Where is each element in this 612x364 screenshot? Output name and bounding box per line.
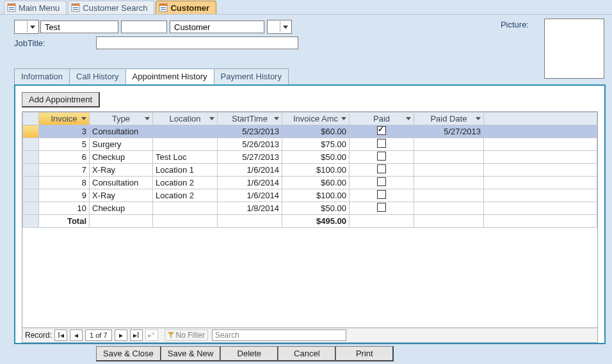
nav-last-button[interactable]: ▸I xyxy=(130,329,143,341)
row-selector[interactable] xyxy=(23,138,39,151)
cell-paiddate[interactable] xyxy=(414,202,484,215)
cell-paid[interactable] xyxy=(350,125,414,138)
cancel-button[interactable]: Cancel xyxy=(278,346,336,361)
cell-type[interactable]: Checkup xyxy=(90,151,153,164)
cell-type[interactable]: Surgery xyxy=(90,138,153,151)
cell-location[interactable]: Test Loc xyxy=(153,151,218,164)
column-header-blank[interactable] xyxy=(484,113,597,125)
first-name-field[interactable] xyxy=(40,20,118,33)
middle-name-field[interactable] xyxy=(121,20,167,33)
table-row[interactable]: 7X-RayLocation 11/6/2014$100.00 xyxy=(23,164,597,177)
document-tab[interactable]: Customer xyxy=(156,1,216,14)
cell-paid[interactable] xyxy=(350,177,414,189)
cell-paid[interactable] xyxy=(350,189,414,202)
cell-amount[interactable]: $60.00 xyxy=(282,125,350,138)
details-tab[interactable]: Payment History xyxy=(214,68,289,84)
cell-paiddate[interactable] xyxy=(414,151,484,164)
checkbox-icon[interactable] xyxy=(377,164,386,173)
jobtitle-input[interactable] xyxy=(99,38,295,49)
datasheet-search-input[interactable]: Search xyxy=(212,329,346,341)
checkbox-icon[interactable] xyxy=(377,190,386,199)
add-appointment-button[interactable]: Add Appointment xyxy=(22,92,100,107)
cell-starttime[interactable]: 1/8/2014 xyxy=(218,202,282,215)
checkbox-icon[interactable] xyxy=(377,177,386,186)
cell-starttime[interactable]: 1/6/2014 xyxy=(218,189,282,202)
nav-new-button[interactable]: ▸* xyxy=(145,329,158,341)
cell-invoice[interactable]: 6 xyxy=(39,151,90,164)
chevron-down-icon[interactable] xyxy=(143,114,151,123)
save-close-button[interactable]: Save & Close xyxy=(96,346,161,361)
checkbox-icon[interactable] xyxy=(377,126,386,135)
row-selector[interactable] xyxy=(23,202,39,215)
table-row[interactable]: 8ConsultationLocation 21/6/2014$60.00 xyxy=(23,177,597,189)
cell-type[interactable]: X-Ray xyxy=(90,189,153,202)
last-name-input[interactable] xyxy=(173,22,261,33)
filter-indicator[interactable]: No Filter xyxy=(165,329,208,341)
cell-paiddate[interactable] xyxy=(414,189,484,202)
chevron-down-icon[interactable] xyxy=(474,114,482,123)
table-row[interactable]: 9X-RayLocation 21/6/2014$100.00 xyxy=(23,189,597,202)
chevron-down-icon[interactable] xyxy=(80,114,88,123)
table-row[interactable]: 5Surgery5/26/2013$75.00 xyxy=(23,138,597,151)
cell-amount[interactable]: $50.00 xyxy=(282,202,350,215)
cell-paiddate[interactable] xyxy=(414,164,484,177)
cell-paiddate[interactable] xyxy=(414,177,484,189)
first-name-input[interactable] xyxy=(44,22,115,33)
cell-invoice[interactable]: 7 xyxy=(39,164,90,177)
checkbox-icon[interactable] xyxy=(377,203,386,212)
chevron-down-icon[interactable] xyxy=(208,114,216,123)
chevron-down-icon[interactable] xyxy=(340,114,348,123)
print-button[interactable]: Print xyxy=(335,346,394,361)
jobtitle-field[interactable] xyxy=(96,36,298,49)
cell-type[interactable]: X-Ray xyxy=(90,164,153,177)
column-header[interactable]: Location xyxy=(153,113,218,125)
cell-location[interactable]: Location 2 xyxy=(153,177,218,189)
cell-location[interactable] xyxy=(153,138,218,151)
checkbox-icon[interactable] xyxy=(377,152,386,161)
cell-location[interactable] xyxy=(153,125,218,138)
column-header[interactable]: Paid Date xyxy=(414,113,484,125)
cell-location[interactable]: Location 2 xyxy=(153,189,218,202)
column-header[interactable]: Invoice xyxy=(39,113,90,125)
nav-first-button[interactable]: I◂ xyxy=(54,329,67,341)
cell-type[interactable]: Consultation xyxy=(90,125,153,138)
row-selector[interactable] xyxy=(23,151,39,164)
document-tab[interactable]: Main Menu xyxy=(4,1,67,14)
nav-next-button[interactable]: ▸ xyxy=(115,329,127,341)
table-row[interactable]: 3Consultation5/23/2013$60.005/27/2013 xyxy=(23,125,597,138)
middle-name-input[interactable] xyxy=(124,22,164,33)
cell-paiddate[interactable] xyxy=(414,138,484,151)
table-row[interactable]: 10Checkup1/8/2014$50.00 xyxy=(23,202,597,215)
cell-starttime[interactable]: 1/6/2014 xyxy=(218,164,282,177)
cell-invoice[interactable]: 5 xyxy=(39,138,90,151)
cell-location[interactable] xyxy=(153,202,218,215)
details-tab[interactable]: Information xyxy=(14,68,70,84)
record-counter[interactable]: 1 of 7 xyxy=(85,329,112,341)
cell-starttime[interactable]: 5/27/2013 xyxy=(218,151,282,164)
cell-paid[interactable] xyxy=(350,138,414,151)
cell-amount[interactable]: $60.00 xyxy=(282,177,350,189)
cell-starttime[interactable]: 5/23/2013 xyxy=(218,125,282,138)
column-header[interactable]: Invoice Amc xyxy=(282,113,350,125)
title-prefix-combo[interactable] xyxy=(14,20,39,34)
last-name-field[interactable] xyxy=(170,20,264,33)
cell-amount[interactable]: $50.00 xyxy=(282,151,350,164)
cell-invoice[interactable]: 3 xyxy=(39,125,90,138)
row-selector[interactable] xyxy=(23,125,39,138)
cell-paid[interactable] xyxy=(350,151,414,164)
chevron-down-icon[interactable] xyxy=(405,114,412,123)
suffix-combo[interactable] xyxy=(267,20,292,34)
row-selector[interactable] xyxy=(23,189,39,202)
checkbox-icon[interactable] xyxy=(377,139,386,148)
nav-prev-button[interactable]: ◂ xyxy=(70,329,83,341)
cell-invoice[interactable]: 8 xyxy=(39,177,90,189)
cell-paiddate[interactable]: 5/27/2013 xyxy=(414,125,484,138)
cell-invoice[interactable]: 10 xyxy=(39,202,90,215)
cell-starttime[interactable]: 1/6/2014 xyxy=(218,177,282,189)
column-header[interactable]: Type xyxy=(90,113,153,125)
cell-amount[interactable]: $75.00 xyxy=(282,138,350,151)
cell-type[interactable]: Checkup xyxy=(90,202,153,215)
cell-amount[interactable]: $100.00 xyxy=(282,164,350,177)
picture-placeholder[interactable] xyxy=(544,19,604,79)
column-header[interactable]: StartTime xyxy=(218,113,282,125)
